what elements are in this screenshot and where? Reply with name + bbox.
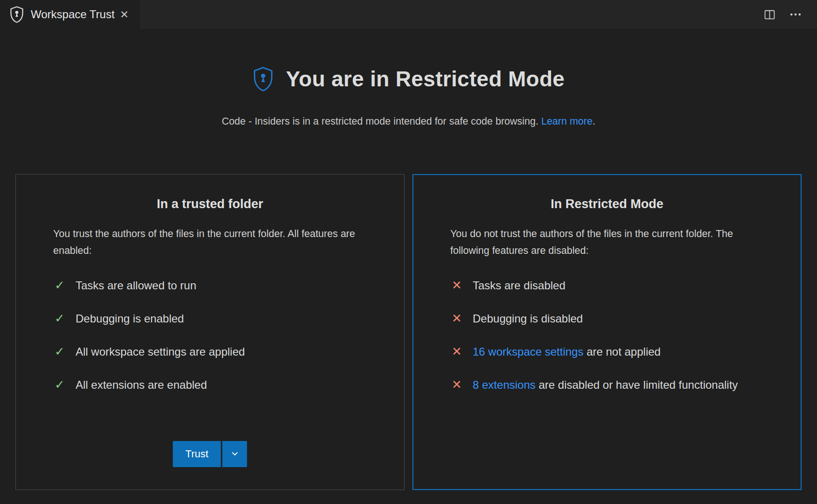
x-icon: ✕	[450, 377, 463, 392]
feature-text: All extensions are enabled	[76, 377, 207, 392]
tab-workspace-trust[interactable]: Workspace Trust ✕	[0, 0, 140, 29]
trust-dropdown-button[interactable]	[223, 441, 247, 467]
check-icon: ✓	[53, 377, 66, 392]
feature-text: Debugging is disabled	[473, 311, 583, 326]
more-actions-icon[interactable]	[789, 8, 802, 21]
workspace-trust-hero: You are in Restricted Mode Code - Inside…	[0, 65, 817, 127]
feature-text: 16 workspace settings are not applied	[473, 344, 661, 359]
x-icon: ✕	[450, 311, 463, 326]
learn-more-link[interactable]: Learn more	[541, 116, 593, 127]
x-icon: ✕	[450, 344, 463, 359]
editor-tab-bar: Workspace Trust ✕	[0, 0, 817, 29]
close-icon[interactable]: ✕	[118, 8, 131, 21]
feature-text: Tasks are disabled	[473, 278, 566, 293]
restricted-card-description: You do not trust the authors of the file…	[450, 225, 744, 259]
check-icon: ✓	[53, 344, 66, 359]
trust-split-button: Trust	[173, 441, 247, 467]
extensions-link[interactable]: 8 extensions	[473, 378, 536, 391]
x-icon: ✕	[450, 278, 463, 293]
feature-text-rest: are disabled or have limited functionali…	[536, 378, 738, 391]
restricted-mode-card: In Restricted Mode You do not trust the …	[412, 174, 802, 490]
feature-text: Debugging is enabled	[76, 311, 184, 326]
list-item: ✕ Tasks are disabled	[450, 278, 764, 293]
list-item: ✓ Debugging is enabled	[53, 311, 367, 326]
list-item: ✓ All workspace settings are applied	[53, 344, 367, 359]
restricted-card-heading: In Restricted Mode	[450, 197, 764, 211]
editor-actions	[763, 0, 817, 29]
trust-button[interactable]: Trust	[173, 441, 221, 467]
workspace-settings-link[interactable]: 16 workspace settings	[473, 345, 583, 358]
subtitle-suffix: .	[593, 116, 595, 127]
list-item: ✓ Tasks are allowed to run	[53, 278, 367, 293]
feature-text: Tasks are allowed to run	[76, 278, 196, 293]
feature-text-rest: are not applied	[583, 345, 660, 358]
list-item: ✕ 8 extensions are disabled or have limi…	[450, 377, 764, 392]
page-title: You are in Restricted Mode	[286, 66, 565, 91]
chevron-down-icon	[229, 448, 240, 461]
list-item: ✕ 16 workspace settings are not applied	[450, 344, 764, 359]
page-subtitle: Code - Insiders is in a restricted mode …	[0, 116, 817, 127]
trusted-card-description: You trust the authors of the files in th…	[53, 225, 366, 259]
feature-text: All workspace settings are applied	[76, 344, 245, 359]
split-editor-icon[interactable]	[763, 8, 776, 21]
shield-icon	[252, 65, 274, 92]
check-icon: ✓	[53, 311, 66, 326]
trust-cards: In a trusted folder You trust the author…	[15, 174, 802, 490]
tab-title: Workspace Trust	[31, 8, 115, 21]
list-item: ✕ Debugging is disabled	[450, 311, 764, 326]
list-item: ✓ All extensions are enabled	[53, 377, 367, 392]
feature-text: 8 extensions are disabled or have limite…	[473, 377, 738, 392]
trusted-card-heading: In a trusted folder	[53, 197, 367, 211]
shield-icon	[9, 6, 24, 23]
trusted-folder-card: In a trusted folder You trust the author…	[15, 174, 405, 490]
check-icon: ✓	[53, 278, 66, 293]
subtitle-text: Code - Insiders is in a restricted mode …	[222, 116, 541, 127]
